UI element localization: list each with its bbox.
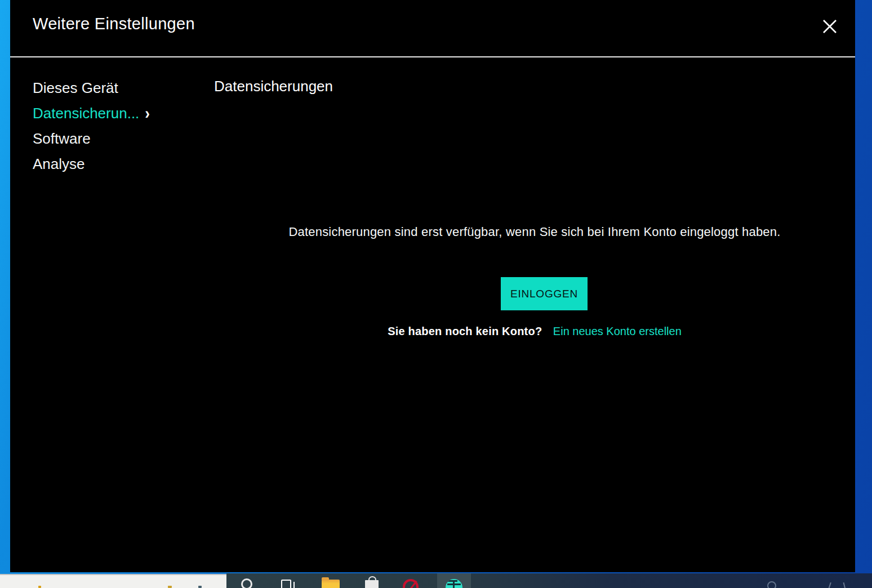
sidebar-item-label: Analyse <box>33 155 85 172</box>
opera-icon <box>403 579 419 588</box>
tray-status-icon[interactable] <box>828 582 831 588</box>
settings-sidebar: Dieses Gerät Datensicherun...› Software … <box>33 75 202 177</box>
taskbar-button-logi-options[interactable] <box>437 573 471 588</box>
taskbar-button-opera[interactable] <box>394 573 428 588</box>
tray-status-icon[interactable] <box>843 582 846 588</box>
desktop: Weitere Einstellungen Dieses Gerät Daten… <box>0 0 872 588</box>
task-view-icon <box>281 580 291 588</box>
create-account-link[interactable]: Ein neues Konto erstellen <box>553 325 682 337</box>
sidebar-item-software[interactable]: Software <box>33 126 202 152</box>
settings-dialog: Weitere Einstellungen Dieses Gerät Daten… <box>10 0 855 572</box>
chevron-right-icon: › <box>145 99 150 128</box>
background-window-strip <box>0 574 226 588</box>
login-button[interactable]: EINLOGGEN <box>501 277 588 310</box>
taskbar-button-task-view[interactable] <box>272 573 305 588</box>
store-icon <box>365 580 379 588</box>
no-account-text: Sie haben noch kein Konto? <box>388 325 542 337</box>
tray-hidden-icons-chevron-icon[interactable] <box>767 581 776 588</box>
clipped-text-fragment <box>168 586 172 588</box>
clipped-text-fragment <box>198 586 202 588</box>
sidebar-item-analyse[interactable]: Analyse <box>33 152 202 177</box>
clipped-text-fragment <box>38 586 41 588</box>
sidebar-item-label: Dieses Gerät <box>33 79 118 96</box>
taskbar-button-file-explorer[interactable] <box>314 573 348 588</box>
sidebar-item-label: Software <box>33 130 91 147</box>
search-icon <box>241 578 252 588</box>
signup-row: Sie haben noch kein Konto? Ein neues Kon… <box>214 325 855 338</box>
sidebar-item-label: Datensicherun... <box>33 105 139 122</box>
taskbar-button-store[interactable] <box>355 573 389 588</box>
sidebar-item-dieses-geraet[interactable]: Dieses Gerät <box>33 75 202 101</box>
windows-taskbar <box>226 573 872 588</box>
taskbar-button-search[interactable] <box>231 573 265 588</box>
login-required-message: Datensicherungen sind erst verfügbar, we… <box>214 225 855 239</box>
logi-options-icon <box>446 579 462 588</box>
sidebar-item-datensicherungen[interactable]: Datensicherun...› <box>33 101 202 126</box>
backup-content: Datensicherungen sind erst verfügbar, we… <box>214 0 855 572</box>
file-explorer-icon <box>322 580 340 588</box>
dialog-title: Weitere Einstellungen <box>33 15 195 33</box>
